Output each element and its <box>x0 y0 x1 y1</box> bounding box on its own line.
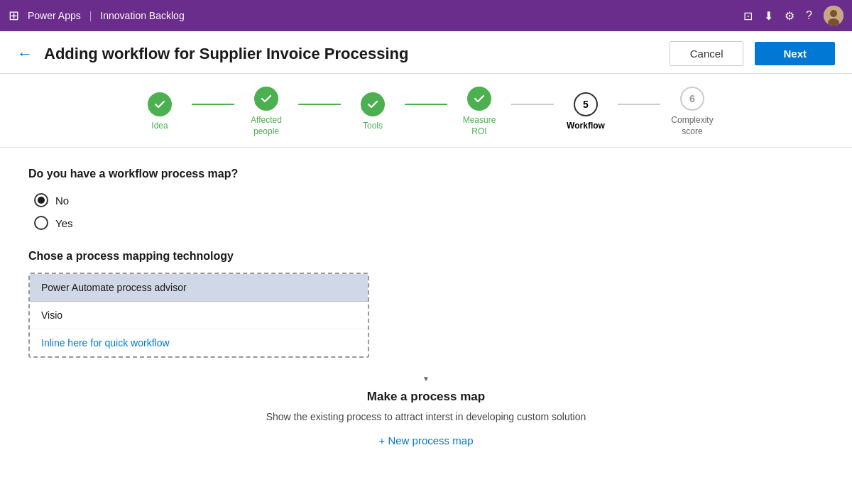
step-measure-roi: Measure ROI <box>447 87 511 137</box>
step-idea: Idea <box>128 92 192 132</box>
step-circle-roi <box>467 87 491 111</box>
checkmark-icon-4 <box>474 93 485 104</box>
next-button[interactable]: Next <box>755 42 835 65</box>
step-circle-affected <box>254 87 278 111</box>
step-label-workflow: Workflow <box>567 121 605 132</box>
checkmark-icon-3 <box>367 99 378 110</box>
avatar[interactable] <box>824 6 843 26</box>
step-tools: Tools <box>341 92 405 132</box>
checkmark-icon <box>154 99 165 110</box>
main-content: Do you have a workflow process map? No Y… <box>0 148 852 461</box>
page-title: Adding workflow for Supplier Invoice Pro… <box>44 45 658 63</box>
connector-5 <box>618 104 660 105</box>
dropdown-selected[interactable]: Power Automate process advisor <box>30 274 368 302</box>
step-label-complexity: Complexity score <box>671 115 713 137</box>
grid-icon[interactable]: ⊞ <box>9 8 19 23</box>
radio-circle-yes <box>34 216 48 230</box>
dropdown-container[interactable]: Power Automate process advisor Visio Inl… <box>28 273 369 358</box>
step-label-roi: Measure ROI <box>463 115 496 137</box>
app-name: Power Apps <box>28 10 81 21</box>
connector-2 <box>298 104 341 105</box>
step-workflow: 5 Workflow <box>554 92 618 132</box>
process-map-title: Make a process map <box>28 390 824 404</box>
header-row: ← Adding workflow for Supplier Invoice P… <box>0 31 852 74</box>
step-circle-idea <box>148 92 172 116</box>
cancel-button[interactable]: Cancel <box>670 41 744 66</box>
back-button[interactable]: ← <box>17 45 33 63</box>
process-mapping-title: Chose a process mapping technology <box>28 250 824 263</box>
step-label-idea: Idea <box>151 121 168 132</box>
radio-label-yes: Yes <box>55 217 72 229</box>
dropdown-option-inline[interactable]: Inline here for quick workflow <box>30 329 368 356</box>
process-map-desc: Show the existing process to attract int… <box>28 410 824 424</box>
avatar-image <box>824 6 843 26</box>
help-icon[interactable]: ? <box>806 9 812 22</box>
radio-group: No Yes <box>34 193 824 230</box>
download-icon[interactable]: ⬇ <box>764 9 773 23</box>
new-process-map-button[interactable]: + New process map <box>28 434 824 447</box>
dropdown-options: Visio Inline here for quick workflow <box>30 302 368 356</box>
radio-no[interactable]: No <box>34 193 824 207</box>
module-name: Innovation Backlog <box>100 10 184 21</box>
step-complexity: 6 Complexity score <box>660 87 724 137</box>
connector-4 <box>511 104 554 105</box>
workflow-question: Do you have a workflow process map? <box>28 168 824 180</box>
step-circle-workflow: 5 <box>574 92 598 116</box>
checkmark-icon-2 <box>261 93 272 104</box>
stepper: Idea Affected people Tools Measure ROI 5… <box>0 74 852 148</box>
settings-icon[interactable]: ⚙ <box>785 9 794 23</box>
step-affected-people: Affected people <box>234 87 298 137</box>
connector-3 <box>405 104 447 105</box>
step-label-affected: Affected people <box>251 115 282 137</box>
dropdown-arrow-indicator <box>28 375 824 383</box>
svg-point-1 <box>830 10 837 17</box>
monitor-icon[interactable]: ⊡ <box>743 9 753 23</box>
radio-yes[interactable]: Yes <box>34 216 824 230</box>
process-map-section: Make a process map Show the existing pro… <box>28 390 824 447</box>
topbar: ⊞ Power Apps | Innovation Backlog ⊡ ⬇ ⚙ … <box>0 0 852 31</box>
step-circle-complexity: 6 <box>680 87 704 111</box>
step-circle-tools <box>361 92 385 116</box>
topbar-right: ⊡ ⬇ ⚙ ? <box>743 6 843 26</box>
connector-1 <box>192 104 234 105</box>
radio-label-no: No <box>55 195 69 207</box>
dropdown-option-visio[interactable]: Visio <box>30 302 368 329</box>
radio-circle-no <box>34 193 48 207</box>
step-label-tools: Tools <box>363 121 383 132</box>
separator: | <box>89 10 92 21</box>
